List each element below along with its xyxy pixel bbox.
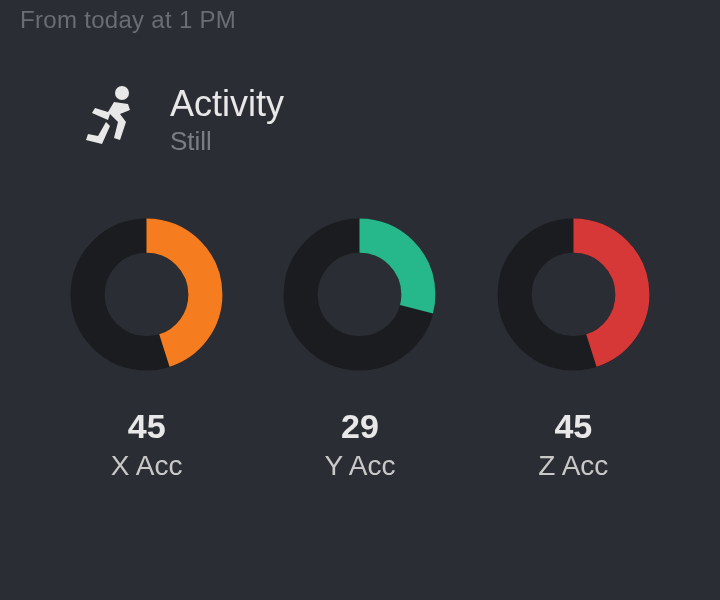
gauge-value: 45 <box>128 407 166 446</box>
gauge-value: 29 <box>341 407 379 446</box>
svg-point-0 <box>115 86 129 100</box>
gauge-value: 45 <box>554 407 592 446</box>
gauge-x-acc: 45 X Acc <box>69 217 224 482</box>
gauge-label: Y Acc <box>324 450 395 482</box>
donut-gauge <box>282 217 437 372</box>
gauge-label: Z Acc <box>538 450 608 482</box>
activity-status: Still <box>170 126 284 157</box>
donut-gauge <box>69 217 224 372</box>
gauges-row: 45 X Acc 29 Y Acc 45 Z Acc <box>0 157 720 482</box>
activity-title: Activity <box>170 84 284 124</box>
timestamp-header: From today at 1 PM <box>0 0 720 34</box>
gauge-label: X Acc <box>111 450 183 482</box>
donut-gauge <box>496 217 651 372</box>
gauge-z-acc: 45 Z Acc <box>496 217 651 482</box>
running-person-icon <box>80 84 140 154</box>
activity-header: Activity Still <box>0 34 720 157</box>
gauge-y-acc: 29 Y Acc <box>282 217 437 482</box>
